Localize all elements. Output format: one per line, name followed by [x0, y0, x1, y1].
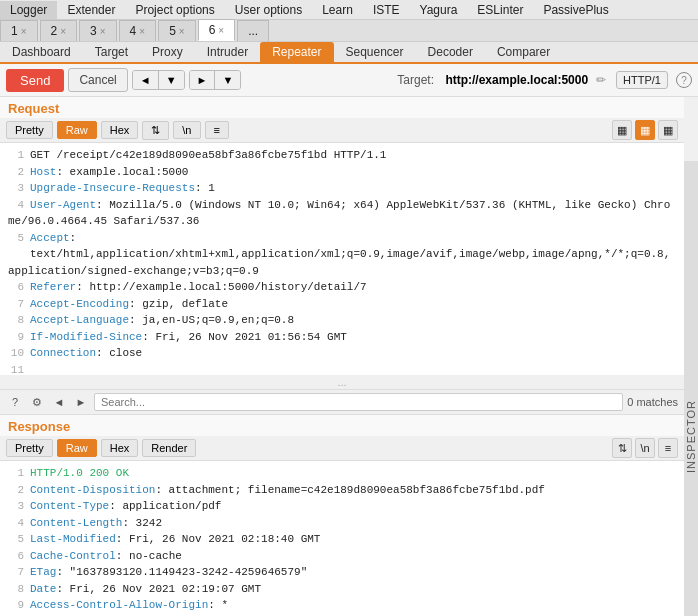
tab-2-close[interactable]: ×: [60, 26, 66, 37]
target-label: Target:: [397, 73, 434, 87]
request-pretty-btn[interactable]: Pretty: [6, 121, 53, 139]
request-newline-btn[interactable]: \n: [173, 121, 200, 139]
response-toggle-3[interactable]: ≡: [658, 438, 678, 458]
content-line: 7Accept-Encoding: gzip, deflate: [8, 296, 676, 313]
request-toggle-1[interactable]: ▦: [612, 120, 632, 140]
menu-learn[interactable]: Learn: [312, 1, 363, 19]
sub-tab-intruder[interactable]: Intruder: [195, 42, 260, 62]
response-raw-btn[interactable]: Raw: [57, 439, 97, 457]
request-search-input[interactable]: [94, 393, 623, 411]
content-line: 8Date: Fri, 26 Nov 2021 02:19:07 GMT: [8, 581, 676, 598]
response-panel: Response Pretty Raw Hex Render ⇅ \n ≡ 1H…: [0, 415, 684, 616]
tab-4[interactable]: 4×: [119, 20, 157, 41]
menu-bar: Logger Extender Project options User opt…: [0, 0, 698, 20]
tab-2[interactable]: 2×: [40, 20, 78, 41]
sub-tab-bar: Dashboard Target Proxy Intruder Repeater…: [0, 42, 698, 64]
content-line: 5Accept:: [8, 230, 676, 247]
request-raw-btn[interactable]: Raw: [57, 121, 97, 139]
line-number: 5: [8, 531, 24, 548]
request-toolbar: Pretty Raw Hex ⇅ \n ≡ ▦ ▦ ▦: [0, 118, 684, 143]
menu-passiveplus[interactable]: PassivePlus: [533, 1, 618, 19]
line-number: 9: [8, 597, 24, 614]
sub-tab-comparer[interactable]: Comparer: [485, 42, 562, 62]
sub-tab-target[interactable]: Target: [83, 42, 140, 62]
response-toggle-1[interactable]: ⇅: [612, 438, 632, 458]
tab-5-close[interactable]: ×: [179, 26, 185, 37]
nav-group-2: ► ▼: [189, 70, 242, 90]
line-number: 7: [8, 564, 24, 581]
sub-tab-decoder[interactable]: Decoder: [416, 42, 485, 62]
nav-down-button[interactable]: ▼: [159, 71, 184, 89]
tab-6-close[interactable]: ×: [218, 25, 224, 36]
nav-group: ◄ ▼: [132, 70, 185, 90]
main-layout: Request Pretty Raw Hex ⇅ \n ≡ ▦ ▦ ▦ 1GET…: [0, 97, 698, 616]
tab-1-close[interactable]: ×: [21, 26, 27, 37]
content-line: 11: [8, 362, 676, 376]
nav-down-button-2[interactable]: ▼: [215, 71, 240, 89]
menu-extender[interactable]: Extender: [57, 1, 125, 19]
cancel-button[interactable]: Cancel: [68, 68, 127, 92]
menu-logger[interactable]: Logger: [0, 1, 57, 19]
help-icon[interactable]: ?: [676, 72, 692, 88]
menu-iste[interactable]: ISTE: [363, 1, 410, 19]
inspector-sidebar[interactable]: INSPECTOR: [684, 161, 698, 616]
response-pretty-btn[interactable]: Pretty: [6, 439, 53, 457]
request-matches-label: 0 matches: [627, 396, 678, 408]
request-hex-btn[interactable]: Hex: [101, 121, 139, 139]
tab-3[interactable]: 3×: [79, 20, 117, 41]
nav-right-button[interactable]: ►: [190, 71, 215, 89]
line-number: 3: [8, 498, 24, 515]
tab-more[interactable]: ...: [237, 20, 269, 41]
response-hex-btn[interactable]: Hex: [101, 439, 139, 457]
line-number: 1: [8, 147, 24, 164]
line-number: 8: [8, 312, 24, 329]
http-version-badge[interactable]: HTTP/1: [616, 71, 668, 89]
request-help-icon[interactable]: ?: [6, 393, 24, 411]
menu-user-options[interactable]: User options: [225, 1, 312, 19]
request-search-bar: ? ⚙ ◄ ► 0 matches: [0, 389, 684, 414]
line-number: 4: [8, 515, 24, 532]
tab-1[interactable]: 1×: [0, 20, 38, 41]
sub-tab-proxy[interactable]: Proxy: [140, 42, 195, 62]
menu-eslinter[interactable]: ESLinter: [467, 1, 533, 19]
request-menu-btn[interactable]: ≡: [205, 121, 229, 139]
response-toggle-icons: ⇅ \n ≡: [612, 438, 678, 458]
request-forward-icon[interactable]: ►: [72, 393, 90, 411]
content-line: 10Connection: close: [8, 345, 676, 362]
sub-tab-dashboard[interactable]: Dashboard: [0, 42, 83, 62]
menu-yagura[interactable]: Yagura: [410, 1, 468, 19]
content-line: 7ETag: "1637893120.1149423-3242-42596465…: [8, 564, 676, 581]
sub-tab-sequencer[interactable]: Sequencer: [334, 42, 416, 62]
line-number: 9: [8, 329, 24, 346]
line-number: 11: [8, 362, 24, 376]
content-line: 1GET /receipt/c42e189d8090ea58bf3a86fcbe…: [8, 147, 676, 164]
content-line: 4User-Agent: Mozilla/5.0 (Windows NT 10.…: [8, 197, 676, 230]
content-line: 4Content-Length: 3242: [8, 515, 676, 532]
request-back-icon[interactable]: ◄: [50, 393, 68, 411]
request-toggle-2[interactable]: ▦: [635, 120, 655, 140]
line-number: 10: [8, 345, 24, 362]
tab-bar: 1× 2× 3× 4× 5× 6× ...: [0, 20, 698, 42]
content-line: 3Content-Type: application/pdf: [8, 498, 676, 515]
line-number: 3: [8, 180, 24, 197]
tab-5[interactable]: 5×: [158, 20, 196, 41]
content-line: 9Access-Control-Allow-Origin: *: [8, 597, 676, 614]
edit-icon[interactable]: ✏: [596, 73, 606, 87]
request-settings-icon[interactable]: ⚙: [28, 393, 46, 411]
send-button[interactable]: Send: [6, 69, 64, 92]
request-toggle-3[interactable]: ▦: [658, 120, 678, 140]
tab-6[interactable]: 6×: [198, 19, 236, 41]
response-toggle-2[interactable]: \n: [635, 438, 655, 458]
content-line: 1HTTP/1.0 200 OK: [8, 465, 676, 482]
response-render-btn[interactable]: Render: [142, 439, 196, 457]
menu-project-options[interactable]: Project options: [125, 1, 224, 19]
sub-tab-repeater[interactable]: Repeater: [260, 42, 333, 62]
content-line: 8Accept-Language: ja,en-US;q=0.9,en;q=0.…: [8, 312, 676, 329]
line-number: 4: [8, 197, 24, 214]
request-flow-btn[interactable]: ⇅: [142, 121, 169, 140]
content-line: 3Upgrade-Insecure-Requests: 1: [8, 180, 676, 197]
content-line: 6Cache-Control: no-cache: [8, 548, 676, 565]
tab-3-close[interactable]: ×: [100, 26, 106, 37]
tab-4-close[interactable]: ×: [139, 26, 145, 37]
nav-left-button[interactable]: ◄: [133, 71, 158, 89]
